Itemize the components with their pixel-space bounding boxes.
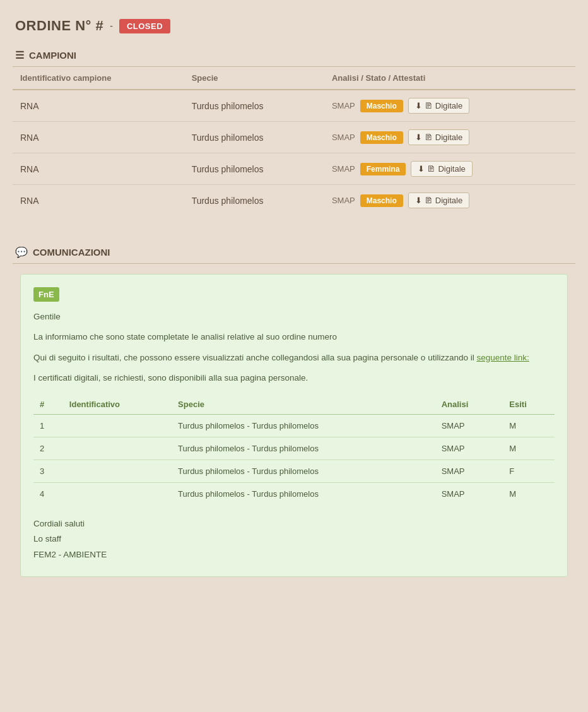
inner-col-num: # bbox=[33, 395, 63, 415]
sample-analisi: SMAP Maschio ⬇ 🖹 Digitale bbox=[324, 90, 575, 122]
page-title: ORDINE N° # bbox=[15, 18, 103, 34]
file-icon: 🖹 bbox=[425, 196, 433, 205]
campioni-section-header: ☰ CAMPIONI bbox=[13, 44, 575, 67]
inner-col-analisi: Analisi bbox=[435, 395, 503, 415]
email-footer: Cordiali saluti Lo staff FEM2 - AMBIENTE bbox=[33, 518, 555, 561]
status-badge: CLOSED bbox=[119, 19, 170, 33]
inner-analisi: SMAP bbox=[435, 460, 503, 483]
inner-num: 3 bbox=[33, 460, 63, 483]
gender-badge: Maschio bbox=[360, 100, 403, 112]
comunicazioni-label: COMUNICAZIONI bbox=[33, 247, 110, 258]
sample-specie: Turdus philomelos bbox=[184, 185, 324, 217]
inner-esiti: F bbox=[503, 460, 555, 483]
digitale-button[interactable]: ⬇ 🖹 Digitale bbox=[408, 129, 469, 145]
inner-specie: Turdus philomelos - Turdus philomelos bbox=[172, 437, 435, 460]
table-row: RNA Turdus philomelos SMAP Maschio ⬇ 🖹 D… bbox=[13, 185, 575, 217]
col-id-header: Identificativo campione bbox=[13, 67, 184, 90]
inner-esiti: M bbox=[503, 415, 555, 437]
page-header: ORDINE N° # - CLOSED bbox=[13, 10, 575, 44]
sample-analisi: SMAP Maschio ⬇ 🖹 Digitale bbox=[324, 122, 575, 153]
table-row: RNA Turdus philomelos SMAP Femmina ⬇ 🖹 D… bbox=[13, 153, 575, 185]
inner-id bbox=[63, 415, 172, 437]
table-row: RNA Turdus philomelos SMAP Maschio ⬇ 🖹 D… bbox=[13, 122, 575, 153]
comunicazioni-icon: 💬 bbox=[15, 246, 28, 258]
inner-num: 2 bbox=[33, 437, 63, 460]
sample-analisi: SMAP Femmina ⬇ 🖹 Digitale bbox=[324, 153, 575, 185]
samples-table: Identificativo campione Specie Analisi /… bbox=[13, 67, 575, 216]
sample-specie: Turdus philomelos bbox=[184, 122, 324, 153]
list-item: 4 Turdus philomelos - Turdus philomelos … bbox=[33, 483, 555, 506]
email-body: Gentile La informiamo che sono state com… bbox=[33, 311, 555, 561]
footer-staff: Lo staff bbox=[33, 533, 555, 545]
comunicazioni-section-header: 💬 COMUNICAZIONI bbox=[13, 241, 575, 264]
inner-analisi: SMAP bbox=[435, 437, 503, 460]
inner-col-id: Identificativo bbox=[63, 395, 172, 415]
inner-id bbox=[63, 437, 172, 460]
inner-analisi: SMAP bbox=[435, 415, 503, 437]
table-row: RNA Turdus philomelos SMAP Maschio ⬇ 🖹 D… bbox=[13, 90, 575, 122]
download-icon: ⬇ bbox=[418, 164, 425, 174]
sample-id: RNA bbox=[13, 90, 184, 122]
email-greeting: Gentile bbox=[33, 311, 555, 323]
email-logo: FnE bbox=[33, 287, 555, 311]
inner-id bbox=[63, 483, 172, 506]
gender-badge: Maschio bbox=[360, 131, 403, 144]
download-icon: ⬇ bbox=[415, 196, 422, 205]
email-body1: La informiamo che sono state completate … bbox=[33, 331, 555, 343]
header-separator: - bbox=[110, 21, 113, 31]
sample-analisi: SMAP Maschio ⬇ 🖹 Digitale bbox=[324, 185, 575, 217]
smap-label: SMAP bbox=[332, 133, 355, 142]
footer-saluti: Cordiali saluti bbox=[33, 518, 555, 530]
email-card: FnE Gentile La informiamo che sono state… bbox=[20, 274, 568, 577]
sample-specie: Turdus philomelos bbox=[184, 153, 324, 185]
email-link[interactable]: seguente link: bbox=[476, 353, 529, 362]
inner-esiti: M bbox=[503, 483, 555, 506]
smap-label: SMAP bbox=[332, 164, 355, 174]
inner-num: 1 bbox=[33, 415, 63, 437]
email-body3: I certificati digitali, se richiesti, so… bbox=[33, 372, 555, 384]
digitale-button[interactable]: ⬇ 🖹 Digitale bbox=[408, 193, 469, 208]
campioni-label: CAMPIONI bbox=[29, 50, 76, 61]
email-body2: Qui di seguito i risultati, che possono … bbox=[33, 352, 555, 364]
file-icon: 🖹 bbox=[425, 101, 433, 110]
campioni-icon: ☰ bbox=[15, 49, 24, 61]
file-icon: 🖹 bbox=[427, 164, 435, 174]
inner-analisi: SMAP bbox=[435, 483, 503, 506]
inner-specie: Turdus philomelos - Turdus philomelos bbox=[172, 415, 435, 437]
gender-badge: Femmina bbox=[360, 163, 406, 175]
page-container: ORDINE N° # - CLOSED ☰ CAMPIONI Identifi… bbox=[0, 0, 588, 597]
smap-label: SMAP bbox=[332, 101, 355, 110]
download-icon: ⬇ bbox=[415, 133, 422, 142]
email-inner-table: # Identificativo Specie Analisi Esiti 1 … bbox=[33, 395, 555, 505]
sample-id: RNA bbox=[13, 122, 184, 153]
col-specie-header: Specie bbox=[184, 67, 324, 90]
comunicazioni-section: 💬 COMUNICAZIONI FnE Gentile La informiam… bbox=[13, 241, 575, 577]
sample-id: RNA bbox=[13, 185, 184, 217]
col-analisi-header: Analisi / Stato / Attestati bbox=[324, 67, 575, 90]
inner-num: 4 bbox=[33, 483, 63, 506]
digitale-button[interactable]: ⬇ 🖹 Digitale bbox=[411, 161, 472, 177]
inner-esiti: M bbox=[503, 437, 555, 460]
list-item: 3 Turdus philomelos - Turdus philomelos … bbox=[33, 460, 555, 483]
gender-badge: Maschio bbox=[360, 194, 403, 207]
inner-specie: Turdus philomelos - Turdus philomelos bbox=[172, 460, 435, 483]
campioni-section: ☰ CAMPIONI Identificativo campione Speci… bbox=[13, 44, 575, 216]
smap-label: SMAP bbox=[332, 196, 355, 205]
inner-col-specie: Specie bbox=[172, 395, 435, 415]
inner-id bbox=[63, 460, 172, 483]
list-item: 1 Turdus philomelos - Turdus philomelos … bbox=[33, 415, 555, 437]
sample-specie: Turdus philomelos bbox=[184, 90, 324, 122]
sample-id: RNA bbox=[13, 153, 184, 185]
inner-col-esiti: Esiti bbox=[503, 395, 555, 415]
footer-org: FEM2 - AMBIENTE bbox=[33, 549, 555, 561]
digitale-button[interactable]: ⬇ 🖹 Digitale bbox=[408, 98, 469, 114]
list-item: 2 Turdus philomelos - Turdus philomelos … bbox=[33, 437, 555, 460]
download-icon: ⬇ bbox=[415, 101, 422, 110]
inner-specie: Turdus philomelos - Turdus philomelos bbox=[172, 483, 435, 506]
email-table-wrap: # Identificativo Specie Analisi Esiti 1 … bbox=[33, 395, 555, 505]
file-icon: 🖹 bbox=[425, 133, 433, 142]
